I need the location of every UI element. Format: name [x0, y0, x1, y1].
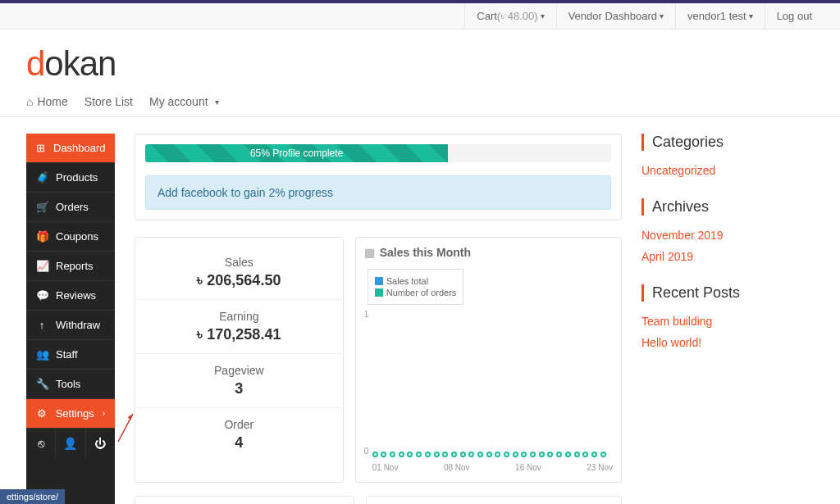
sidebar-label: Orders — [56, 201, 89, 213]
sidebar: ⊞Dashboard🧳Products🛒Orders🎁Coupons📈Repor… — [26, 134, 115, 504]
chart-point — [399, 452, 404, 457]
sidebar-label: Coupons — [56, 230, 98, 243]
progress-fill: 65% Profile complete — [145, 144, 448, 162]
sidebar-item-orders[interactable]: 🛒Orders — [26, 193, 115, 222]
sidebar-icon: ⊞ — [36, 142, 45, 154]
sidebar-item-staff[interactable]: 👥Staff — [26, 340, 115, 370]
chart-point — [547, 452, 553, 457]
sidebar-icon: 💬 — [36, 289, 48, 302]
user-menu[interactable]: vendor1 test ▾ — [675, 3, 765, 29]
caret-down-icon: ▾ — [541, 11, 545, 20]
power-icon[interactable]: ⏻ — [86, 429, 115, 458]
sidebar-icon: 🔧 — [36, 378, 48, 390]
progress-bar: 65% Profile complete — [145, 144, 611, 162]
sidebar-label: Dashboard — [53, 142, 106, 154]
category-link[interactable]: Uncategorized — [641, 164, 814, 177]
chart-point — [451, 452, 457, 457]
chart-point — [539, 452, 545, 457]
external-link-icon[interactable]: ⎋ — [26, 429, 56, 458]
logo[interactable]: dokan — [26, 44, 814, 84]
sidebar-icon: 👥 — [36, 348, 48, 361]
calendar-icon: ▦ — [364, 246, 375, 259]
chart-point — [495, 452, 500, 457]
chart-point — [468, 452, 474, 457]
chart-point — [530, 452, 536, 457]
caret-down-icon: ▾ — [749, 11, 753, 20]
chart-point — [381, 452, 386, 457]
categories-widget: Categories Uncategorized — [641, 134, 814, 177]
sidebar-label: Tools — [56, 378, 80, 390]
chart-point — [574, 452, 580, 457]
chart-point — [434, 452, 440, 457]
sidebar-label: Reviews — [56, 289, 96, 302]
chart-point — [460, 452, 466, 457]
home-icon: ⌂ — [26, 95, 33, 108]
sidebar-item-settings[interactable]: ⚙Settings› — [26, 399, 115, 429]
archive-link[interactable]: November 2019 — [641, 229, 814, 242]
cart-link[interactable]: Cart (৳ 48.00) ▾ — [464, 3, 555, 29]
chart-point — [416, 452, 422, 457]
vendor-dashboard-link[interactable]: Vendor Dashboard ▾ — [556, 3, 675, 29]
sidebar-label: Settings — [56, 407, 94, 420]
x-axis-label: 23 Nov — [587, 463, 613, 472]
chart-area: 1 0 01 Nov08 Nov16 Nov23 Nov — [364, 310, 613, 474]
main-nav: ⌂ Home Store List My account ▾ — [26, 95, 814, 116]
sidebar-item-coupons[interactable]: 🎁Coupons — [26, 222, 115, 252]
sales-chart-panel: ▦ Sales this Month Sales total Number of… — [355, 237, 622, 483]
recent-posts-widget: Recent Posts Team buildingHello world! — [641, 284, 814, 349]
header: dokan ⌂ Home Store List My account ▾ — [0, 30, 840, 117]
orders-panel: 🛒 Orders Total4Completed4Pending0Process… — [135, 496, 354, 504]
svg-marker-1 — [128, 414, 133, 420]
sidebar-icon: ⚙ — [36, 407, 48, 420]
caret-down-icon: ▾ — [215, 98, 219, 107]
chart-point — [591, 452, 597, 457]
x-axis-label: 16 Nov — [515, 463, 541, 472]
chart-point — [442, 452, 448, 457]
sidebar-item-reviews[interactable]: 💬Reviews — [26, 281, 115, 311]
chevron-right-icon: › — [103, 409, 105, 418]
x-axis-label: 01 Nov — [372, 463, 399, 472]
sidebar-label: Staff — [56, 348, 78, 361]
legend-color-orders — [375, 288, 383, 297]
sidebar-icon: 📈 — [36, 260, 48, 272]
chart-point — [477, 452, 483, 457]
stats-panel: Sales ৳ 206,564.50 Earning ৳ 170,258.41 … — [135, 237, 344, 483]
chart-point — [513, 452, 518, 457]
logout-link[interactable]: Log out — [765, 3, 824, 29]
legend-color-sales — [375, 277, 383, 285]
chart-point — [600, 452, 606, 457]
chart-point — [425, 452, 431, 457]
recent-post-link[interactable]: Team building — [641, 315, 814, 328]
cart-label: Cart — [477, 10, 497, 22]
chart-point — [504, 452, 509, 457]
sidebar-icon: 🎁 — [36, 230, 48, 243]
sidebar-item-products[interactable]: 🧳Products — [26, 163, 115, 193]
status-bar: ettings/store/ — [0, 489, 65, 504]
nav-store-list[interactable]: Store List — [84, 95, 133, 108]
profile-progress-panel: 65% Profile complete Add facebook to gai… — [135, 134, 622, 220]
info-alert[interactable]: Add facebook to gain 2% progress — [145, 175, 611, 210]
stat-earning: Earning ৳ 170,258.41 — [135, 300, 343, 354]
sidebar-item-tools[interactable]: 🔧Tools — [26, 370, 115, 399]
stat-sales: Sales ৳ 206,564.50 — [135, 246, 343, 300]
right-sidebar: Categories Uncategorized Archives Novemb… — [641, 134, 814, 504]
stat-order: Order 4 — [135, 408, 343, 461]
user-icon[interactable]: 👤 — [56, 429, 85, 458]
topbar: Cart (৳ 48.00) ▾ Vendor Dashboard ▾ vend… — [0, 0, 840, 30]
nav-my-account[interactable]: My account ▾ — [149, 95, 219, 108]
chart-point — [486, 452, 492, 457]
sidebar-label: Products — [56, 171, 98, 184]
sidebar-item-withdraw[interactable]: ↑Withdraw — [26, 311, 115, 340]
chart-point — [372, 452, 378, 457]
sidebar-item-reports[interactable]: 📈Reports — [26, 252, 115, 281]
chart-point — [521, 452, 527, 457]
sidebar-item-dashboard[interactable]: ⊞Dashboard — [26, 134, 115, 163]
recent-post-link[interactable]: Hello world! — [641, 336, 814, 349]
nav-home[interactable]: ⌂ Home — [26, 95, 68, 108]
archives-widget: Archives November 2019April 2019 — [641, 198, 814, 263]
chart-point — [390, 452, 395, 457]
archive-link[interactable]: April 2019 — [641, 250, 814, 263]
cart-amount: (৳ 48.00) — [497, 10, 538, 23]
x-axis-label: 08 Nov — [444, 463, 470, 472]
chart-point — [565, 452, 571, 457]
